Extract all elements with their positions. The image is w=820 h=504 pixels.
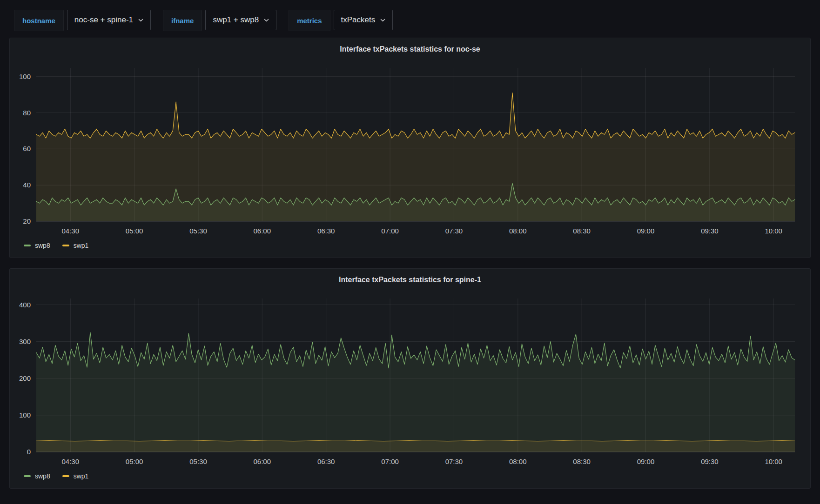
variable-hostname-select[interactable]: noc-se + spine-1 xyxy=(67,10,151,30)
legend-noc-se: swp8 swp1 xyxy=(10,239,810,256)
svg-text:07:30: 07:30 xyxy=(445,227,463,235)
svg-text:10:00: 10:00 xyxy=(765,458,782,465)
variable-metrics: metrics txPackets xyxy=(289,10,393,31)
grafana-dashboard: hostname noc-se + spine-1 ifname swp1 + … xyxy=(0,0,820,489)
svg-text:10:00: 10:00 xyxy=(765,227,782,235)
svg-text:08:30: 08:30 xyxy=(573,227,591,235)
chevron-down-icon xyxy=(380,19,385,22)
svg-text:08:00: 08:00 xyxy=(509,227,527,235)
svg-text:04:30: 04:30 xyxy=(62,458,80,465)
variable-hostname: hostname noc-se + spine-1 xyxy=(14,10,151,31)
chevron-down-icon xyxy=(138,19,143,22)
svg-text:05:30: 05:30 xyxy=(189,227,207,235)
svg-text:20: 20 xyxy=(23,217,31,225)
variables-bar: hostname noc-se + spine-1 ifname swp1 + … xyxy=(0,0,820,38)
svg-text:08:00: 08:00 xyxy=(509,458,527,465)
svg-text:06:30: 06:30 xyxy=(317,458,335,465)
svg-text:04:30: 04:30 xyxy=(62,227,80,235)
variable-ifname: ifname swp1 + swp8 xyxy=(163,10,276,31)
svg-text:07:00: 07:00 xyxy=(381,227,399,235)
timeseries-chart-noc-se[interactable]: 2040608010004:3005:0005:3006:0006:3007:0… xyxy=(10,60,807,239)
svg-text:80: 80 xyxy=(23,109,31,117)
variable-ifname-label: ifname xyxy=(163,10,202,31)
legend-item-swp1[interactable]: swp1 xyxy=(62,472,89,480)
legend-item-swp8[interactable]: swp8 xyxy=(24,242,50,249)
svg-text:100: 100 xyxy=(19,411,31,419)
series-swatch-swp8 xyxy=(24,245,31,246)
variable-hostname-value: noc-se + spine-1 xyxy=(74,15,133,25)
variable-metrics-label: metrics xyxy=(289,10,330,31)
legend-label-swp8: swp8 xyxy=(35,242,50,249)
svg-text:09:30: 09:30 xyxy=(701,458,719,465)
svg-text:09:30: 09:30 xyxy=(701,227,719,235)
svg-text:09:00: 09:00 xyxy=(637,227,655,235)
panel-title-noc-se[interactable]: Interface txPackets statistics for noc-s… xyxy=(10,38,810,60)
legend-label-swp8: swp8 xyxy=(35,472,50,480)
series-swatch-swp1 xyxy=(62,475,69,477)
legend-spine-1: swp8 swp1 xyxy=(10,470,810,486)
svg-text:08:30: 08:30 xyxy=(573,458,591,465)
svg-text:07:00: 07:00 xyxy=(381,458,399,465)
chevron-down-icon xyxy=(264,19,269,22)
svg-text:60: 60 xyxy=(23,145,31,153)
variable-hostname-label: hostname xyxy=(14,10,64,31)
svg-text:05:00: 05:00 xyxy=(126,458,143,465)
variable-metrics-select[interactable]: txPackets xyxy=(334,10,393,30)
panel-spine-1: Interface txPackets statistics for spine… xyxy=(9,268,811,489)
svg-text:200: 200 xyxy=(19,374,31,382)
svg-text:09:00: 09:00 xyxy=(637,458,655,465)
svg-text:100: 100 xyxy=(19,73,31,80)
legend-label-swp1: swp1 xyxy=(74,472,89,480)
timeseries-chart-spine-1[interactable]: 010020030040004:3005:0005:3006:0006:3007… xyxy=(10,291,807,470)
svg-text:05:30: 05:30 xyxy=(189,458,207,465)
svg-text:06:30: 06:30 xyxy=(317,227,335,235)
variable-ifname-select[interactable]: swp1 + swp8 xyxy=(205,10,276,30)
svg-text:05:00: 05:00 xyxy=(126,227,143,235)
svg-text:400: 400 xyxy=(19,301,31,309)
svg-text:0: 0 xyxy=(27,448,31,456)
svg-text:06:00: 06:00 xyxy=(254,227,271,235)
panel-noc-se: Interface txPackets statistics for noc-s… xyxy=(9,38,811,258)
svg-text:06:00: 06:00 xyxy=(254,458,271,465)
legend-item-swp8[interactable]: swp8 xyxy=(24,472,50,480)
svg-text:300: 300 xyxy=(19,338,31,345)
series-swatch-swp8 xyxy=(24,475,31,477)
legend-item-swp1[interactable]: swp1 xyxy=(62,242,89,249)
svg-text:07:30: 07:30 xyxy=(445,458,463,465)
series-swatch-swp1 xyxy=(62,245,69,246)
variable-metrics-value: txPackets xyxy=(341,15,376,25)
svg-text:40: 40 xyxy=(23,181,31,189)
variable-ifname-value: swp1 + swp8 xyxy=(213,15,259,25)
panel-title-spine-1[interactable]: Interface txPackets statistics for spine… xyxy=(10,269,810,291)
legend-label-swp1: swp1 xyxy=(74,242,89,249)
